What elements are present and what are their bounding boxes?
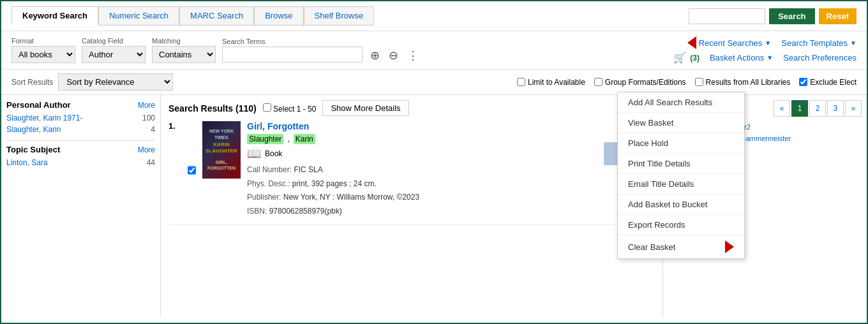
basket-actions-chevron-icon: ▼ (767, 54, 773, 61)
limit-available-checkbox[interactable] (517, 78, 525, 86)
add-row-button[interactable]: ⊕ (369, 47, 381, 64)
basket-area[interactable]: 🛒 (3) (673, 52, 700, 64)
right-search: EG-IN Search Reset (689, 8, 857, 24)
facet-item-slaughter-1971: Slaughter, Karin 1971- 100 (6, 114, 155, 122)
location-input[interactable]: EG-IN (689, 8, 765, 24)
result-title[interactable]: Girl, Forgotten (247, 121, 309, 131)
tab-keyword[interactable]: Keyword Search (11, 6, 98, 26)
format-label: Format (11, 37, 75, 45)
catalog-field-group: Catalog Field Author (82, 37, 146, 63)
checkboxes-group: Limit to Available Group Formats/Edition… (517, 78, 857, 87)
search-preferences-link[interactable]: Search Preferences (783, 53, 857, 63)
book-cover: NEW YORK TIMES KARIN SLAUGHTER GIRL, FOR… (202, 121, 241, 179)
author-highlight-1: Slaughter (247, 134, 283, 144)
tab-browse[interactable]: Browse (254, 6, 303, 26)
search-terms-group: Search Terms Slaughter, Karin (222, 38, 363, 63)
search-terms-label: Search Terms (222, 38, 363, 45)
results-title: Search Results (110) (168, 103, 257, 114)
facet-divider (6, 140, 155, 141)
result-checkbox[interactable] (188, 122, 196, 218)
result-info: Girl, Forgotten Slaughter , Karin 📖 Book… (247, 121, 597, 218)
sort-row: Sort Results Sort by Relevance Limit to … (1, 70, 867, 95)
search-form: Format All books Catalog Field Author Ma… (1, 31, 867, 70)
basket-actions-dropdown: Add All Search Results View Basket Place… (617, 92, 745, 259)
result-item: 1. NEW YORK TIMES KARIN SLAUGHTER GIRL, … (168, 121, 655, 225)
tab-shelf-browse[interactable]: Shelf Browse (304, 6, 375, 26)
dropdown-view-basket[interactable]: View Basket (618, 113, 744, 133)
show-more-details-button[interactable]: Show More Details (322, 100, 408, 116)
sort-label: Sort Results (11, 78, 53, 87)
exclude-elect-checkbox-label[interactable]: Exclude Elect (799, 78, 857, 87)
all-libraries-checkbox[interactable] (695, 78, 703, 86)
sort-select[interactable]: Sort by Relevance (58, 73, 173, 91)
all-libraries-checkbox-label[interactable]: Results from All Libraries (695, 78, 791, 87)
dropdown-export[interactable]: Export Records (618, 215, 744, 235)
matching-select[interactable]: Contains (152, 46, 216, 63)
recent-searches-link[interactable]: Recent Searches ▼ (699, 38, 772, 48)
tab-marc[interactable]: MARC Search (179, 6, 254, 26)
sort-group: Sort Results Sort by Relevance (11, 73, 173, 91)
clear-basket-arrow-icon (725, 240, 734, 253)
dropdown-print-title[interactable]: Print Title Details (618, 154, 744, 174)
catalog-field-label: Catalog Field (82, 37, 146, 45)
pagination-page-1[interactable]: 1 (791, 100, 808, 117)
top-right-links: Recent Searches ▼ Search Templates ▼ 🛒 (… (673, 36, 857, 64)
topic-subject-header: Topic Subject More (6, 145, 155, 154)
topic-subject-more-link[interactable]: More (138, 145, 155, 154)
matching-group: Matching Contains (152, 37, 216, 63)
select-all-label[interactable]: Select 1 - 50 (263, 103, 317, 114)
pagination-page-3[interactable]: 3 (827, 100, 844, 117)
topic-subject-facet: Topic Subject More Linton, Sara 44 (6, 145, 155, 167)
format-select[interactable]: All books (11, 46, 75, 63)
matching-label: Matching (152, 37, 216, 45)
facet-item-linton: Linton, Sara 44 (6, 158, 155, 167)
main-container: Keyword Search Numeric Search MARC Searc… (0, 0, 868, 324)
dropdown-add-bucket[interactable]: Add Basket to Bucket (618, 195, 744, 215)
recent-searches-chevron-icon: ▼ (765, 40, 771, 47)
search-templates-link[interactable]: Search Templates ▼ (781, 38, 857, 48)
tabs-container: Keyword Search Numeric Search MARC Searc… (11, 6, 374, 26)
facet-link-linton[interactable]: Linton, Sara (6, 158, 48, 167)
top-section: Keyword Search Numeric Search MARC Searc… (1, 1, 867, 31)
book-format-icon: 📖 (247, 147, 261, 161)
limit-available-checkbox-label[interactable]: Limit to Available (517, 78, 585, 87)
search-templates-chevron-icon: ▼ (850, 40, 857, 47)
basket-count: (3) (690, 54, 700, 63)
recent-searches-arrow-icon (687, 36, 696, 49)
result-author-highlights: Slaughter , Karin (247, 134, 597, 144)
dropdown-add-all[interactable]: Add All Search Results (618, 92, 744, 113)
pagination-next[interactable]: » (845, 100, 862, 117)
recent-searches-area: Recent Searches ▼ (687, 36, 772, 49)
personal-author-facet: Personal Author More Slaughter, Karin 19… (6, 100, 155, 134)
tab-numeric[interactable]: Numeric Search (98, 6, 179, 26)
format-group: Format All books (11, 37, 75, 63)
facet-link-slaughter-1971[interactable]: Slaughter, Karin 1971- (6, 114, 82, 122)
results-header: Search Results (110) Select 1 - 50 Show … (168, 100, 655, 116)
search-button[interactable]: Search (769, 8, 814, 24)
remove-row-button[interactable]: ⊖ (387, 47, 400, 64)
reset-button[interactable]: Reset (819, 8, 857, 24)
facet-item-slaughter: Slaughter, Karin 4 (6, 125, 155, 134)
group-formats-checkbox[interactable] (594, 78, 602, 86)
personal-author-more-link[interactable]: More (138, 101, 155, 110)
result-details: Call Number: FIC SLA Phys. Desc.: print,… (247, 163, 597, 218)
dropdown-place-hold[interactable]: Place Hold (618, 133, 744, 154)
catalog-field-select[interactable]: Author (82, 46, 146, 63)
search-terms-input[interactable]: Slaughter, Karin (222, 47, 363, 63)
results-area: Search Results (110) Select 1 - 50 Show … (161, 95, 662, 317)
dropdown-email-title[interactable]: Email Title Details (618, 174, 744, 195)
pagination: « 1 2 3 » (774, 100, 862, 117)
pagination-page-2[interactable]: 2 (809, 100, 826, 117)
author-highlight-2: Karin (294, 134, 315, 144)
exclude-elect-checkbox[interactable] (799, 78, 807, 86)
more-options-button[interactable]: ⋮ (406, 47, 420, 64)
pagination-prev[interactable]: « (774, 100, 790, 117)
result-number: 1. (168, 121, 181, 218)
basket-actions-link[interactable]: Basket Actions ▼ (710, 53, 773, 63)
select-all-checkbox[interactable] (263, 103, 271, 112)
group-formats-checkbox-label[interactable]: Group Formats/Editions (594, 78, 686, 87)
dropdown-clear-basket[interactable]: Clear Basket (618, 235, 744, 258)
facets-panel: Personal Author More Slaughter, Karin 19… (1, 95, 161, 317)
facet-link-slaughter[interactable]: Slaughter, Karin (6, 125, 61, 134)
basket-icon: 🛒 (673, 52, 686, 64)
